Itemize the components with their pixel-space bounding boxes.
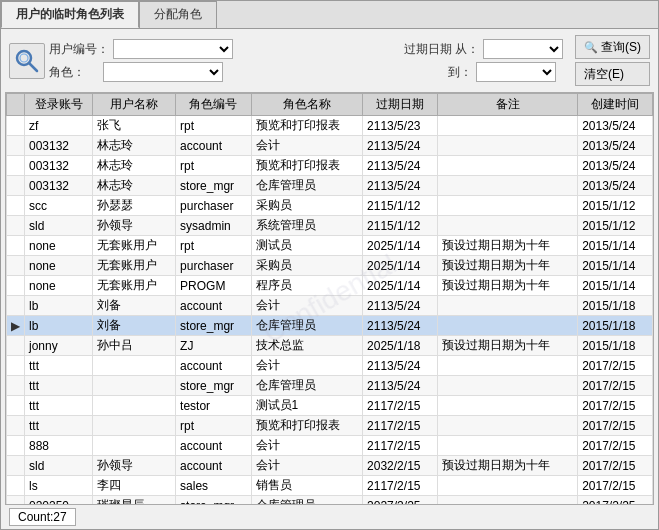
table-row[interactable]: tttrpt预览和打印报表2117/2/152017/2/15 [7,416,653,436]
table-row[interactable]: zf张飞rpt预览和打印报表2113/5/232013/5/24 [7,116,653,136]
role-name-cell: 预览和打印报表 [251,156,362,176]
expire-cell: 2113/5/24 [363,176,438,196]
col-role-code: 角色编号 [176,94,252,116]
date-to-select[interactable] [476,62,556,82]
username-cell: 李四 [93,476,176,496]
remark-cell: 预设过期日期为十年 [437,336,577,356]
table-row[interactable]: 003132林志玲account会计2113/5/242013/5/24 [7,136,653,156]
row-arrow [7,136,25,156]
user-code-select[interactable] [113,39,233,59]
role-code-cell: store_mgr [176,316,252,336]
expire-cell: 2117/2/15 [363,416,438,436]
table-row[interactable]: sld孙领导account会计2032/2/15预设过期日期为十年2017/2/… [7,456,653,476]
username-cell [93,376,176,396]
table-row[interactable]: scc孙瑟瑟purchaser采购员2115/1/122015/1/12 [7,196,653,216]
created-cell: 2017/2/15 [578,356,653,376]
role-select[interactable] [103,62,223,82]
row-arrow [7,216,25,236]
table-row[interactable]: ▶lb刘备store_mgr仓库管理员2113/5/242015/1/18 [7,316,653,336]
remark-cell [437,176,577,196]
table-row[interactable]: tttaccount会计2113/5/242017/2/15 [7,356,653,376]
remark-cell [437,316,577,336]
table-row[interactable]: none无套账用户purchaser采购员2025/1/14预设过期日期为十年2… [7,256,653,276]
remark-cell [437,216,577,236]
role-name-cell: 仓库管理员 [251,176,362,196]
role-code-cell: rpt [176,156,252,176]
created-cell: 2017/2/15 [578,396,653,416]
username-cell: 林志玲 [93,136,176,156]
date-from-label: 过期日期 从： [404,41,479,58]
role-code-cell: account [176,296,252,316]
expire-cell: 2025/1/14 [363,276,438,296]
expire-cell: 2032/2/15 [363,456,438,476]
created-cell: 2017/2/15 [578,436,653,456]
login-cell: none [25,276,93,296]
date-to-label: 到： [448,64,472,81]
role-name-cell: 会计 [251,296,362,316]
row-arrow [7,376,25,396]
tab-user-temp-roles[interactable]: 用户的临时角色列表 [1,1,139,28]
role-name-cell: 会计 [251,356,362,376]
table-row[interactable]: ttttestor测试员12117/2/152017/2/15 [7,396,653,416]
table-row[interactable]: none无套账用户PROGM程序员2025/1/14预设过期日期为十年2015/… [7,276,653,296]
table-row[interactable]: 003132林志玲store_mgr仓库管理员2113/5/242013/5/2… [7,176,653,196]
username-cell [93,436,176,456]
row-arrow [7,436,25,456]
expire-cell: 2113/5/24 [363,376,438,396]
role-code-cell: purchaser [176,196,252,216]
created-cell: 2015/1/14 [578,276,653,296]
role-code-cell: ZJ [176,336,252,356]
row-arrow [7,256,25,276]
login-cell: none [25,236,93,256]
login-cell: 003132 [25,156,93,176]
remark-cell [437,116,577,136]
login-cell: scc [25,196,93,216]
login-cell: 003132 [25,176,93,196]
table-row[interactable]: ls李四sales销售员2117/2/152017/2/15 [7,476,653,496]
login-cell: 020259 [25,496,93,506]
table-row[interactable]: 020259璀璨星辰store_mgr仓库管理员2027/2/252017/2/… [7,496,653,506]
role-code-cell: account [176,136,252,156]
remark-cell [437,496,577,506]
role-name-cell: 仓库管理员 [251,376,362,396]
table-row[interactable]: sld孙领导sysadmin系统管理员2115/1/122015/1/12 [7,216,653,236]
table-row[interactable]: none无套账用户rpt测试员2025/1/14预设过期日期为十年2015/1/… [7,236,653,256]
username-cell: 张飞 [93,116,176,136]
col-created: 创建时间 [578,94,653,116]
expire-cell: 2113/5/24 [363,316,438,336]
tab-assign-roles[interactable]: 分配角色 [139,1,217,28]
main-window: 用户的临时角色列表 分配角色 用户编号： [0,0,659,530]
expire-cell: 2113/5/24 [363,156,438,176]
created-cell: 2013/5/24 [578,116,653,136]
role-label: 角色： [49,64,85,81]
expire-cell: 2117/2/15 [363,476,438,496]
table-row[interactable]: tttstore_mgr仓库管理员2113/5/242017/2/15 [7,376,653,396]
role-code-cell: purchaser [176,256,252,276]
row-arrow [7,496,25,506]
role-code-cell: store_mgr [176,496,252,506]
login-cell: jonny [25,336,93,356]
tab-bar: 用户的临时角色列表 分配角色 [1,1,658,29]
row-arrow [7,476,25,496]
role-name-cell: 会计 [251,136,362,156]
role-name-cell: 预览和打印报表 [251,416,362,436]
row-arrow [7,356,25,376]
expire-cell: 2113/5/24 [363,296,438,316]
date-from-select[interactable] [483,39,563,59]
table-row[interactable]: 003132林志玲rpt预览和打印报表2113/5/242013/5/24 [7,156,653,176]
role-name-cell: 系统管理员 [251,216,362,236]
username-cell: 刘备 [93,296,176,316]
expire-cell: 2117/2/15 [363,436,438,456]
query-button[interactable]: 🔍 查询(S) [575,35,650,59]
table-row[interactable]: jonny孙中吕ZJ技术总监2025/1/18预设过期日期为十年2015/1/1… [7,336,653,356]
username-cell [93,396,176,416]
clear-button[interactable]: 清空(E) [575,62,650,86]
role-code-cell: account [176,356,252,376]
col-username: 用户名称 [93,94,176,116]
table-row[interactable]: 888account会计2117/2/152017/2/15 [7,436,653,456]
expire-cell: 2025/1/18 [363,336,438,356]
table-row[interactable]: lb刘备account会计2113/5/242015/1/18 [7,296,653,316]
row-arrow [7,196,25,216]
created-cell: 2015/1/18 [578,316,653,336]
username-cell: 孙领导 [93,216,176,236]
